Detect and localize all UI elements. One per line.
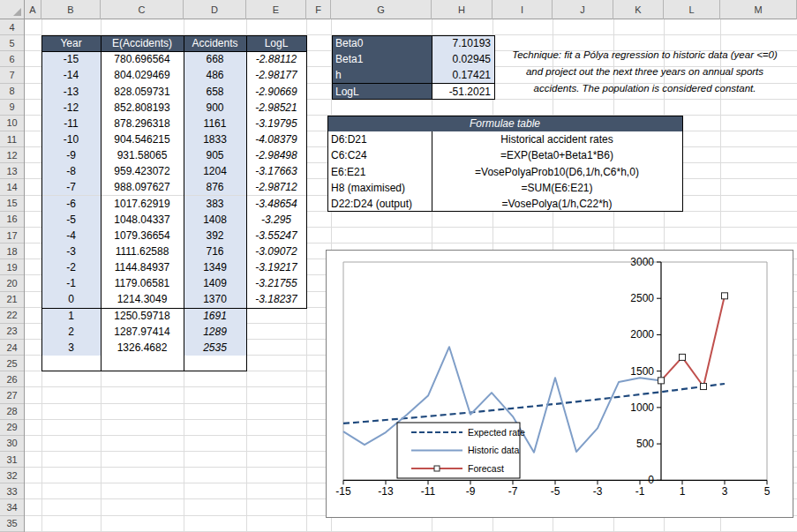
row-header-13[interactable]: 13	[0, 163, 24, 179]
formula-range[interactable]: D6:D21	[327, 131, 432, 147]
forecast-chart[interactable]: -15-13-11-9-7-5-3-1135050010001500200025…	[326, 250, 793, 518]
row-header-16[interactable]: 16	[0, 212, 24, 228]
row-header-31[interactable]: 31	[0, 452, 24, 468]
cell-expected-accidents[interactable]: 904.546215	[101, 131, 184, 147]
row-header-33[interactable]: 33	[0, 483, 24, 499]
cell-year[interactable]: -5	[41, 212, 101, 228]
cell-accidents[interactable]: 1349	[184, 259, 246, 275]
row-header-30[interactable]: 30	[0, 436, 24, 452]
param-value-beta0[interactable]: 7.10193	[432, 35, 494, 51]
cell-logl[interactable]: -3.17663	[246, 163, 306, 179]
cell-year[interactable]: -1	[41, 275, 101, 291]
row-header-7[interactable]: 7	[0, 67, 24, 83]
formula-text[interactable]: =VosePolya(1/h,C22*h)	[432, 196, 682, 212]
accidents-table[interactable]: YearE(Accidents)AccidentsLogL-15780.6965…	[41, 35, 307, 356]
cell-accidents[interactable]: 1204	[184, 163, 246, 179]
row-header-20[interactable]: 20	[0, 275, 24, 291]
row-header-18[interactable]: 18	[0, 244, 24, 259]
cell-expected-accidents[interactable]: 828.059731	[101, 83, 184, 99]
cell-expected-accidents[interactable]: 931.58065	[101, 147, 184, 163]
cell-expected-accidents[interactable]: 1048.04337	[101, 212, 184, 228]
cell-accidents[interactable]: 1161	[184, 116, 246, 131]
column-header-strip[interactable]: ABCDEFGHIJKLM	[0, 0, 797, 19]
column-header-M[interactable]: M	[720, 0, 797, 19]
cell-logl[interactable]: -2.98712	[246, 179, 306, 195]
cell-year[interactable]: 2	[41, 324, 101, 340]
cell-accidents[interactable]: 1408	[184, 212, 246, 228]
cell-accidents[interactable]: 1370	[184, 291, 246, 307]
param-value-beta1[interactable]: 0.02945	[432, 51, 494, 67]
cell-accidents[interactable]: 905	[184, 147, 246, 163]
row-header-26[interactable]: 26	[0, 371, 24, 387]
cell-year[interactable]: 1	[41, 308, 101, 324]
cell-expected-accidents[interactable]: 852.808193	[101, 100, 184, 116]
cell-logl[interactable]: -3.19217	[246, 259, 306, 275]
formula-text[interactable]: =EXP(Beta0+Beta1*B6)	[432, 147, 682, 163]
row-header-4[interactable]: 4	[0, 19, 24, 35]
cell-expected-accidents[interactable]: 1111.62588	[101, 244, 184, 259]
cell-year[interactable]: -6	[41, 196, 101, 212]
cell-expected-accidents[interactable]: 780.696564	[101, 51, 184, 67]
row-header-24[interactable]: 24	[0, 340, 24, 356]
row-header-8[interactable]: 8	[0, 84, 24, 100]
row-header-25[interactable]: 25	[0, 356, 24, 371]
row-header-15[interactable]: 15	[0, 196, 24, 212]
row-header-12[interactable]: 12	[0, 147, 24, 163]
column-header-D[interactable]: D	[184, 0, 246, 19]
row-header-19[interactable]: 19	[0, 259, 24, 275]
cell-accidents[interactable]: 486	[184, 67, 246, 83]
row-header-34[interactable]: 34	[0, 500, 24, 516]
cell-logl[interactable]: -3.19795	[246, 116, 306, 131]
cell-accidents[interactable]: 658	[184, 83, 246, 99]
cell-logl[interactable]: -3.48654	[246, 196, 306, 212]
row-header-strip[interactable]: 4567891011121314151617181920212223242526…	[0, 19, 25, 532]
cell-expected-accidents[interactable]: 1017.62919	[101, 196, 184, 212]
cell-logl[interactable]: -3.55247	[246, 228, 306, 244]
row-header-35[interactable]: 35	[0, 516, 24, 532]
cell-year[interactable]: -9	[41, 147, 101, 163]
column-header-F[interactable]: F	[306, 0, 331, 19]
parameters-table[interactable]: Beta07.10193Beta10.02945h0.17421LogL-51.…	[332, 35, 495, 101]
row-header-32[interactable]: 32	[0, 468, 24, 483]
row-header-17[interactable]: 17	[0, 228, 24, 244]
cell-expected-accidents[interactable]: 1287.97414	[101, 324, 184, 340]
column-header-J[interactable]: J	[553, 0, 613, 19]
cell-logl[interactable]: -3.21755	[246, 275, 306, 291]
cell-year[interactable]: -15	[41, 51, 101, 67]
row-header-29[interactable]: 29	[0, 420, 24, 436]
column-header-G[interactable]: G	[331, 0, 432, 19]
select-all-corner[interactable]	[0, 0, 25, 19]
column-header-A[interactable]: A	[25, 0, 41, 19]
cell-expected-accidents[interactable]: 959.423072	[101, 163, 184, 179]
cell-expected-accidents[interactable]: 1144.84937	[101, 259, 184, 275]
cell-accidents[interactable]: 668	[184, 51, 246, 67]
column-header-K[interactable]: K	[613, 0, 664, 19]
cell-accidents[interactable]: 716	[184, 244, 246, 259]
cell-year[interactable]: -13	[41, 83, 101, 99]
row-header-10[interactable]: 10	[0, 116, 24, 131]
cell-expected-accidents[interactable]: 1179.06581	[101, 275, 184, 291]
row-header-6[interactable]: 6	[0, 51, 24, 67]
row-header-5[interactable]: 5	[0, 35, 24, 51]
cell-year[interactable]: -14	[41, 67, 101, 83]
cell-logl[interactable]: -3.09072	[246, 244, 306, 259]
column-header-L[interactable]: L	[664, 0, 720, 19]
formula-range[interactable]: D22:D24 (output)	[327, 196, 432, 212]
cell-year[interactable]: -4	[41, 228, 101, 244]
cell-logl[interactable]: -3.18237	[246, 291, 306, 307]
param-value-logl[interactable]: -51.2021	[432, 83, 494, 99]
formula-text[interactable]: =VosePolyaProb10(D6,1/h,C6*h,0)	[432, 163, 682, 179]
cell-year[interactable]: -11	[41, 116, 101, 131]
formulae-table[interactable]: Formulae tableD6:D21Historical accident …	[327, 116, 683, 212]
formula-range[interactable]: C6:C24	[327, 147, 432, 163]
cell-expected-accidents[interactable]: 1250.59718	[101, 308, 184, 324]
formula-range[interactable]: E6:E21	[327, 163, 432, 179]
row-header-11[interactable]: 11	[0, 131, 24, 147]
row-header-14[interactable]: 14	[0, 180, 24, 196]
cell-accidents-forecast[interactable]: 1691	[184, 308, 246, 324]
cell-year[interactable]: -2	[41, 259, 101, 275]
cell-logl[interactable]: -2.98521	[246, 100, 306, 116]
cell-logl[interactable]: -4.08379	[246, 131, 306, 147]
cell-expected-accidents[interactable]: 804.029469	[101, 67, 184, 83]
cell-expected-accidents[interactable]: 988.097627	[101, 179, 184, 195]
